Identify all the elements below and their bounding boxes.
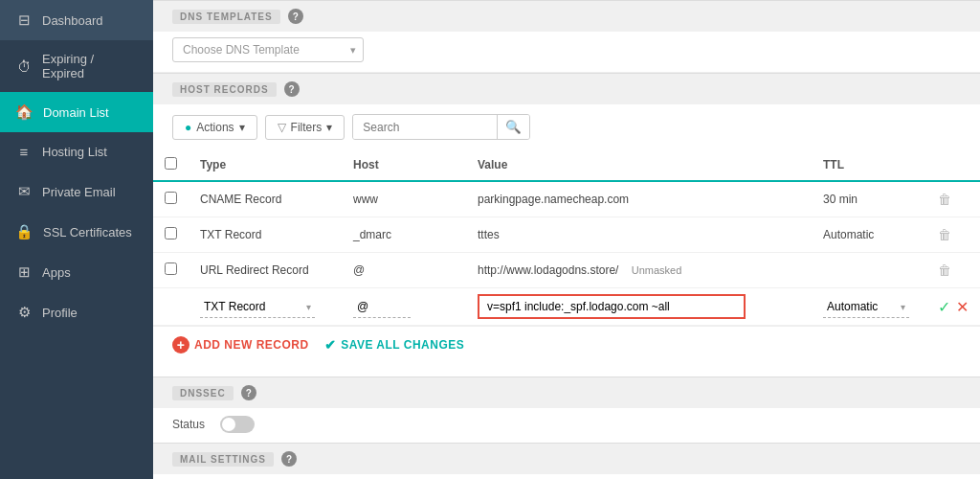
search-wrap: 🔍 <box>352 114 530 140</box>
sidebar: ⊟ Dashboard ⏱ Expiring / Expired 🏠 Domai… <box>0 0 153 479</box>
save-label: SAVE ALL CHANGES <box>341 338 464 352</box>
mail-settings-label: MAIL SETTINGS <box>172 452 274 467</box>
dnssec-toggle[interactable] <box>220 416 255 433</box>
hosting-icon: ≡ <box>15 144 33 160</box>
domain-icon: 🏠 <box>15 103 33 121</box>
sidebar-item-private-email[interactable]: ✉ Private Email <box>0 171 153 212</box>
dns-template-select-wrap: Choose DNS Template <box>172 37 364 62</box>
col-header-host: Host <box>342 149 466 181</box>
col-header-action <box>926 149 980 181</box>
row-delete-cell: 🗑 <box>926 253 980 288</box>
main-content: DNS TEMPLATES ? Choose DNS Template HOST… <box>153 0 980 479</box>
apps-icon: ⊞ <box>15 263 33 281</box>
row-checkbox-cell <box>153 181 189 217</box>
save-check-icon: ✔ <box>324 337 337 353</box>
row-checkbox-cell <box>153 217 189 253</box>
edit-action-cell: ✓ ✕ <box>926 288 980 326</box>
email-icon: ✉ <box>15 183 33 200</box>
actions-chevron-icon: ▾ <box>239 121 245 134</box>
edit-value-cell <box>466 288 812 326</box>
actions-circle-icon: ● <box>185 121 191 134</box>
row-value: tttes <box>466 217 812 253</box>
row-type: URL Redirect Record <box>189 253 342 288</box>
table-header-row: Type Host Value TTL <box>153 149 980 181</box>
filter-icon: ▽ <box>278 121 286 134</box>
edit-value-input[interactable] <box>478 294 746 319</box>
edit-ttl-cell: Automatic 5 min 30 min 1 hour <box>812 288 926 326</box>
row-checkbox[interactable] <box>165 262 177 275</box>
col-header-checkbox <box>153 149 189 181</box>
plus-icon: + <box>172 336 189 354</box>
col-header-type: Type <box>189 149 342 181</box>
row-host: @ <box>342 253 466 288</box>
sidebar-item-label: Apps <box>42 265 71 280</box>
sidebar-item-hosting-list[interactable]: ≡ Hosting List <box>0 132 153 171</box>
sidebar-item-domain-list[interactable]: 🏠 Domain List <box>0 92 153 132</box>
row-unmasked-badge: Unmasked <box>632 264 682 276</box>
edit-host-input[interactable] <box>353 296 411 318</box>
table-row: CNAME Record www parkingpage.namecheap.c… <box>153 181 980 217</box>
host-records-section-header: HOST RECORDS ? <box>153 73 980 104</box>
edit-ttl-select-wrap: Automatic 5 min 30 min 1 hour <box>823 296 909 318</box>
mail-settings-help-icon[interactable]: ? <box>281 451 297 467</box>
dns-templates-label: DNS TEMPLATES <box>172 10 280 24</box>
edit-ttl-select[interactable]: Automatic 5 min 30 min 1 hour <box>823 296 909 318</box>
expiring-icon: ⏱ <box>15 58 33 75</box>
dnssec-help-icon[interactable]: ? <box>241 385 256 400</box>
edit-checkbox-cell <box>153 288 189 326</box>
host-records-help-icon[interactable]: ? <box>284 81 300 97</box>
dnssec-label: DNSSEC <box>172 386 234 400</box>
dashboard-icon: ⊟ <box>15 11 33 29</box>
row-checkbox[interactable] <box>165 227 177 240</box>
sidebar-item-label: Private Email <box>42 185 116 199</box>
value-input-wrap <box>478 294 800 319</box>
row-type: CNAME Record <box>189 181 342 217</box>
sidebar-item-ssl[interactable]: 🔒 SSL Certificates <box>0 212 153 252</box>
sidebar-item-label: Expiring / Expired <box>42 52 138 80</box>
col-header-ttl: TTL <box>812 149 926 181</box>
sidebar-item-label: Hosting List <box>42 145 107 159</box>
sidebar-item-label: SSL Certificates <box>43 225 132 240</box>
add-new-record-button[interactable]: + ADD NEW RECORD <box>172 336 309 354</box>
dns-templates-help-icon[interactable]: ? <box>288 9 303 24</box>
sidebar-item-label: Dashboard <box>42 13 103 28</box>
row-ttl: 30 min <box>812 181 926 217</box>
select-all-checkbox[interactable] <box>165 157 177 170</box>
delete-icon[interactable]: 🗑 <box>938 262 951 278</box>
actions-button[interactable]: ● Actions ▾ <box>172 115 257 140</box>
row-checkbox-cell <box>153 253 189 288</box>
dns-template-row: Choose DNS Template <box>153 32 980 73</box>
mail-settings-row: Email Forwarding <box>153 474 980 479</box>
edit-actions: ✓ ✕ <box>938 298 969 316</box>
cancel-icon[interactable]: ✕ <box>956 298 969 316</box>
delete-icon[interactable]: 🗑 <box>938 227 951 242</box>
search-input[interactable] <box>353 116 497 139</box>
confirm-icon[interactable]: ✓ <box>938 298 950 316</box>
sidebar-item-dashboard[interactable]: ⊟ Dashboard <box>0 0 153 40</box>
save-all-changes-button[interactable]: ✔ SAVE ALL CHANGES <box>324 337 465 353</box>
host-records-label: HOST RECORDS <box>172 82 277 97</box>
sidebar-item-label: Profile <box>42 306 78 320</box>
dns-template-select[interactable]: Choose DNS Template <box>172 37 364 62</box>
sidebar-item-profile[interactable]: ⚙ Profile <box>0 292 153 332</box>
search-button[interactable]: 🔍 <box>497 115 529 139</box>
edit-table-row: TXT Record CNAME Record A Record MX Reco… <box>153 288 980 326</box>
edit-type-select-wrap: TXT Record CNAME Record A Record MX Reco… <box>200 296 315 318</box>
filters-label: Filters <box>291 121 323 134</box>
sidebar-item-apps[interactable]: ⊞ Apps <box>0 252 153 292</box>
delete-icon[interactable]: 🗑 <box>938 192 951 207</box>
actions-label: Actions <box>196 121 234 134</box>
filters-button[interactable]: ▽ Filters ▾ <box>265 115 345 140</box>
row-value: http://www.lodagodns.store/ Unmasked <box>466 253 812 288</box>
dnssec-status-row: Status <box>153 408 980 443</box>
edit-type-select[interactable]: TXT Record CNAME Record A Record MX Reco… <box>200 296 315 318</box>
row-host: _dmarc <box>342 217 466 253</box>
dnssec-area: DNSSEC ? Status <box>153 376 980 443</box>
row-value: parkingpage.namecheap.com <box>466 181 812 217</box>
sidebar-item-expiring[interactable]: ⏱ Expiring / Expired <box>0 40 153 92</box>
dns-records-table: Type Host Value TTL CNAME Record www par… <box>153 149 980 326</box>
records-toolbar: ● Actions ▾ ▽ Filters ▾ 🔍 <box>153 104 980 149</box>
dnssec-section-header: DNSSEC ? <box>153 376 980 408</box>
row-checkbox[interactable] <box>165 192 177 204</box>
row-type: TXT Record <box>189 217 342 253</box>
